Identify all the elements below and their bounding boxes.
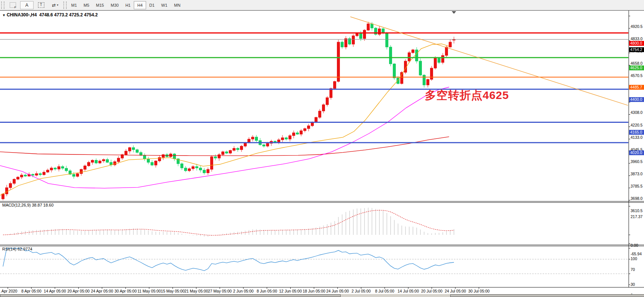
chart-shift-marker (452, 11, 456, 14)
toolbar: FAT⇄▾ M1M5M15M30H1H4D1W1MN (0, 0, 644, 10)
time-tick-15: 24 Jun 05:00 (326, 289, 349, 293)
level-badge-4485.7: 4485.7 (629, 85, 644, 90)
macd-tick--65.94: -65.94 (631, 252, 642, 256)
chevron-down-icon: ▾ (57, 3, 59, 7)
time-tick-19: 20 Jul 05:00 (421, 289, 442, 293)
time-tick-18: 14 Jul 05:00 (398, 289, 419, 293)
level-badge-4800.0: 4800.0 (629, 41, 644, 46)
time-tick-7: 11 May 05:00 (138, 289, 161, 293)
macd-signal-line (3, 210, 454, 235)
level-badge-4020.0: 4020.0 (629, 150, 644, 155)
time-tick-20: 24 Jul 05:00 (445, 289, 466, 293)
time-tick-5: 24 Apr 05:00 (91, 289, 113, 293)
macd-tick-0.00: 0.00 (631, 243, 638, 248)
price-tick-3785.5: 3785.5 (631, 184, 643, 188)
medium-ma (0, 87, 449, 188)
rsi-indicator-label: RSI(14) 62.9774 (2, 247, 32, 251)
price-tick-3610.5: 3610.5 (631, 208, 643, 213)
chart-ohlc-values: 4748.6 4773.2 4725.2 4754.2 (39, 12, 98, 17)
time-tick-16: 2 Jul 05:00 (351, 289, 370, 293)
chart-symbol-period: CHINA300-,H4 (7, 12, 37, 17)
price-tick-3698.0: 3698.0 (631, 196, 643, 201)
rsi-tick-30: 30 (631, 282, 635, 287)
timeframe-group: M1M5M15M30H1H4D1W1MN (68, 1, 184, 9)
timeframe-MN-button[interactable]: MN (171, 1, 184, 9)
fast-ma (0, 44, 449, 195)
price-tick-3873.0: 3873.0 (631, 172, 643, 176)
price-tick-4658.0: 4658.0 (631, 61, 643, 66)
fibonacci-grid-icon: F (10, 2, 16, 8)
timeframe-M30-button[interactable]: M30 (107, 1, 122, 9)
time-tick-8: 15 May 05:00 (161, 289, 185, 293)
price-tick-4308.0: 4308.0 (631, 110, 643, 115)
time-tick-9: 21 May 05:00 (184, 289, 208, 293)
time-tick-1: 1 Apr 2020 (0, 289, 17, 293)
time-tick-14: 18 Jun 05:00 (303, 289, 325, 293)
price-tick-4570.5: 4570.5 (631, 73, 643, 78)
price-chart-canvas[interactable] (0, 10, 644, 297)
fibonacci-grid-tool-button[interactable]: F (6, 1, 19, 9)
level-badge-4625.0: 4625.0 (629, 66, 644, 70)
timeframe-grip[interactable] (63, 1, 67, 9)
time-tick-11: 2 Jun 05:00 (233, 289, 254, 293)
level-badge-4400.0: 4400.0 (629, 97, 644, 102)
time-tick-6: 30 Apr 05:00 (114, 289, 137, 293)
time-tick-10: 27 May 05:00 (208, 289, 232, 293)
time-tick-4: 20 Apr 05:00 (67, 289, 90, 293)
time-tick-13: 12 Jun 05:00 (279, 289, 302, 293)
chart-title: ▼CHINA300-,H4 4748.6 4773.2 4725.2 4754.… (2, 12, 98, 17)
text-label-tool-button[interactable]: A (20, 1, 34, 9)
time-tick-21: 30 Jul 05:00 (468, 289, 489, 293)
price-tick-3960.5: 3960.5 (631, 159, 643, 164)
current-price-badge: 4754.2 (629, 47, 644, 52)
timeframe-W1-button[interactable]: W1 (158, 1, 171, 9)
window-bottom-edge (0, 294, 644, 297)
toolbar-grip[interactable] (1, 1, 4, 9)
timeframe-H1-button[interactable]: H1 (122, 1, 134, 9)
text-box-tool-button[interactable]: T (34, 1, 48, 9)
arrows-tool-button[interactable]: ⇄▾ (48, 1, 62, 9)
chart-text-annotation[interactable]: 多空转折点4625 (425, 88, 509, 103)
price-tick-4220.5: 4220.5 (631, 123, 643, 127)
slow-ma (0, 137, 449, 156)
collapse-icon[interactable]: ▼ (2, 13, 6, 17)
mt4-terminal: FAT⇄▾ M1M5M15M30H1H4D1W1MN ▼CHINA300-,H4… (0, 0, 644, 297)
drawing-tools-group: FAT⇄▾ (6, 1, 62, 9)
bottom-edge-segment (450, 294, 644, 297)
time-tick-3: 14 Apr 05:00 (44, 289, 66, 293)
price-tick-4133.0: 4133.0 (631, 135, 643, 140)
macd-indicator-label: MACD(12,26,9) 38.87 18.60 (2, 203, 54, 207)
level-badge-4165.0: 4165.0 (629, 130, 644, 135)
time-tick-12: 8 Jun 05:00 (257, 289, 277, 293)
chart-window[interactable]: ▼CHINA300-,H4 4748.6 4773.2 4725.2 4754.… (0, 10, 644, 297)
rsi-tick-70: 70 (631, 267, 635, 272)
timeframe-M15-button[interactable]: M15 (93, 1, 107, 9)
arrows-icon: ⇄ (52, 3, 56, 8)
price-tick-4833.0: 4833.0 (631, 36, 643, 41)
timeframe-H4-button[interactable]: H4 (134, 1, 146, 9)
timeframe-M1-button[interactable]: M1 (68, 1, 80, 9)
timeframe-M5-button[interactable]: M5 (80, 1, 92, 9)
bottom-edge-segment (0, 294, 341, 297)
rsi-line (3, 248, 454, 271)
price-tick-4920.5: 4920.5 (631, 24, 643, 29)
time-tick-2: 8 Apr 05:00 (21, 289, 41, 293)
time-tick-17: 8 Jul 05:00 (375, 289, 394, 293)
macd-tick-217.37: 217.37 (631, 214, 643, 219)
timeframe-D1-button[interactable]: D1 (146, 1, 158, 9)
rsi-tick-100: 100 (631, 256, 637, 261)
text-box-icon: T (38, 2, 44, 8)
